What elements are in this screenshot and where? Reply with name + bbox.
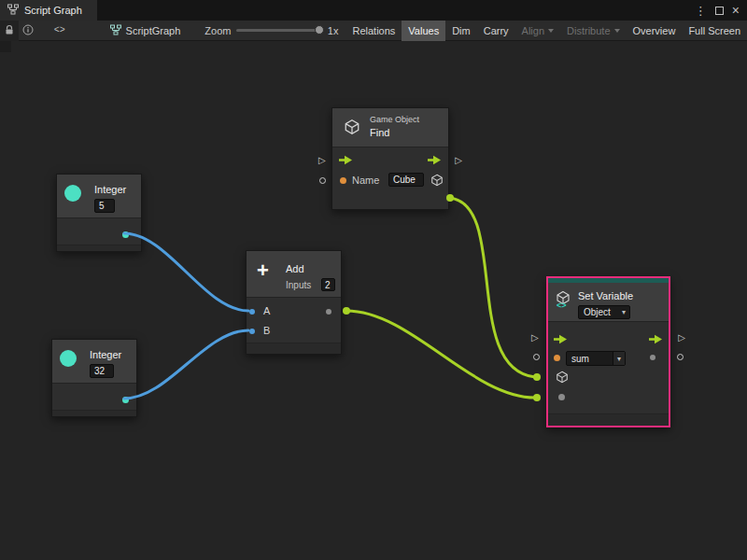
node-category: Game Object — [370, 115, 419, 124]
input-port-b[interactable] — [249, 329, 255, 334]
toolbar-button-relations[interactable]: Relations — [345, 21, 402, 41]
button-label: Distribute — [567, 25, 610, 36]
window-tab-script-graph[interactable]: Script Graph — [0, 0, 97, 21]
zoom-label: Zoom — [204, 25, 231, 36]
flow-in-ghost-port[interactable]: ▷ — [318, 155, 326, 166]
integer-value-input[interactable] — [90, 364, 114, 378]
variable-name-dropdown[interactable]: sum ▾ — [566, 351, 626, 366]
button-label: Relations — [352, 25, 395, 36]
window-titlebar: Script Graph ⋮ × — [0, 0, 747, 21]
inputs-count-input[interactable] — [321, 278, 335, 291]
code-icon: <> — [54, 25, 65, 35]
wire-integer-a-to-add-a[interactable] — [124, 233, 248, 311]
port-label-a: A — [263, 305, 270, 316]
zoom-value: 1x — [328, 25, 339, 36]
variable-name-input-port[interactable] — [554, 355, 560, 361]
zoom-slider-handle[interactable] — [315, 25, 324, 35]
node-integer-b[interactable]: Integer — [51, 339, 137, 417]
flow-out-arrow-icon[interactable] — [649, 334, 663, 346]
toolbar-button-overview[interactable]: Overview — [627, 21, 683, 41]
node-set-variable[interactable]: <> Set Variable Object ▾ sum ▾ ▷ ▷ — [546, 276, 670, 427]
window-close-button[interactable]: × — [732, 3, 740, 18]
script-graph-icon — [7, 4, 19, 17]
button-label: Full Screen — [688, 25, 740, 36]
window-maximize-button[interactable] — [715, 7, 724, 15]
wire-integer-b-to-add-b[interactable] — [124, 330, 248, 399]
graph-breadcrumb[interactable]: ScriptGraph — [110, 24, 181, 37]
node-header: + Add Inputs — [247, 251, 341, 298]
flow-out-ghost-port[interactable]: ▷ — [678, 332, 685, 343]
inputs-label: Inputs — [286, 280, 311, 290]
edit-graph-button[interactable]: <> — [49, 21, 71, 41]
param-label: Name — [352, 175, 379, 186]
node-title: Add — [286, 263, 304, 274]
name-ghost-port[interactable] — [319, 177, 326, 184]
game-object-icon — [344, 119, 360, 137]
node-header: <> Set Variable Object ▾ — [548, 283, 669, 322]
toolbar-button-dim[interactable]: Dim — [445, 21, 477, 41]
value-input-port[interactable] — [558, 394, 565, 400]
toolbar-button-align[interactable]: Align — [515, 21, 560, 41]
integer-icon — [60, 350, 77, 367]
button-label: Align — [522, 25, 544, 36]
port-label-b: B — [263, 325, 270, 336]
wire-add-to-set-variable-value[interactable] — [346, 311, 535, 398]
chevron-down-icon — [548, 29, 554, 33]
node-footer — [57, 245, 141, 251]
button-label: Overview — [633, 25, 676, 36]
zoom-slider[interactable] — [236, 29, 321, 32]
variable-scope-value: Object — [579, 307, 622, 317]
tab-title: Script Graph — [24, 5, 82, 16]
flow-in-arrow-icon[interactable] — [554, 334, 568, 346]
script-graph-asset-icon — [110, 24, 121, 37]
flow-in-ghost-port[interactable]: ▷ — [531, 332, 539, 343]
info-icon — [22, 24, 34, 37]
toolbar-button-carry[interactable]: Carry — [477, 21, 515, 41]
add-icon: + — [257, 259, 269, 283]
node-title: Integer — [94, 184, 126, 195]
name-ghost-port[interactable] — [533, 354, 540, 360]
toolbar-button-values[interactable]: Values — [402, 21, 445, 41]
node-find[interactable]: Game Object Find Name ▷ ▷ — [331, 107, 449, 210]
name-input-port[interactable] — [340, 177, 346, 184]
integer-value-input[interactable] — [94, 199, 115, 213]
wire-find-to-set-variable-object[interactable] — [450, 198, 535, 377]
output-ghost-port[interactable] — [677, 354, 684, 360]
window-menu-button[interactable]: ⋮ — [695, 4, 707, 18]
toolbar-button-full-screen[interactable]: Full Screen — [682, 21, 747, 41]
input-port-a[interactable] — [249, 309, 255, 315]
node-add[interactable]: + Add Inputs A B — [246, 250, 342, 355]
graph-toolbar: <> ScriptGraph Zoom 1x Relations Values … — [0, 21, 747, 41]
node-integer-a[interactable]: Integer — [56, 174, 142, 252]
graph-name: ScriptGraph — [126, 25, 181, 36]
flow-in-arrow-icon[interactable] — [339, 155, 353, 167]
script-tag-icon: <> — [557, 301, 567, 310]
node-title: Integer — [90, 349, 121, 360]
panel-corner — [0, 41, 11, 52]
node-header: Integer — [57, 175, 141, 218]
variable-scope-dropdown[interactable]: Object ▾ — [578, 305, 630, 319]
node-footer — [548, 413, 669, 426]
info-button[interactable] — [19, 21, 37, 41]
node-footer — [52, 410, 136, 416]
output-port-sum[interactable] — [326, 309, 331, 315]
button-label: Carry — [484, 25, 509, 36]
flow-out-arrow-icon[interactable] — [428, 155, 442, 167]
lock-button[interactable] — [0, 21, 19, 41]
toolbar-button-distribute[interactable]: Distribute — [560, 21, 626, 41]
chevron-down-icon: ▾ — [613, 352, 625, 365]
node-title: Find — [370, 127, 389, 138]
value-output-port[interactable] — [650, 355, 655, 360]
node-title: Set Variable — [578, 290, 633, 301]
set-variable-icon: <> — [556, 290, 572, 307]
unity-script-graph-window: Integer Integer + Add Inputs A B — [0, 0, 747, 560]
flow-out-ghost-port[interactable]: ▷ — [455, 155, 462, 166]
variable-name-value: sum — [567, 354, 613, 364]
node-footer — [247, 343, 341, 354]
button-label: Values — [408, 25, 439, 36]
game-object-port-icon[interactable] — [430, 174, 444, 189]
object-target-port-icon[interactable] — [556, 371, 569, 385]
name-value-input[interactable] — [388, 173, 424, 187]
button-label: Dim — [452, 25, 471, 36]
window-controls: ⋮ × — [695, 3, 747, 18]
